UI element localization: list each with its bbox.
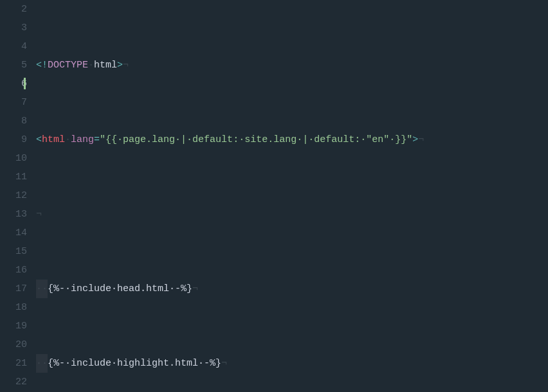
line-number: 11 — [0, 168, 27, 186]
line-number: 9 — [0, 130, 27, 149]
line-number: 15 — [0, 242, 27, 261]
line-number: 2 — [0, 0, 27, 19]
line-number: 12 — [0, 186, 27, 205]
code-line[interactable]: ··{%-·include·head.html·-%}¬ — [36, 280, 548, 298]
line-number: 3 — [0, 19, 27, 37]
line-number: 4 — [0, 37, 27, 56]
code-area[interactable]: <!DOCTYPE·html>¬ <html·lang="{{·page.lan… — [36, 0, 548, 392]
line-number: 22 — [0, 373, 27, 391]
code-editor[interactable]: 2 3 4 5 6 7 8 9 10 11 12 13 14 15 16 17 … — [0, 0, 548, 392]
line-number: 16 — [0, 261, 27, 280]
line-number: 6 — [0, 75, 27, 93]
line-number: 13 — [0, 205, 27, 224]
line-number: 17 — [0, 280, 27, 298]
line-number: 19 — [0, 317, 27, 335]
line-number: 14 — [0, 224, 27, 242]
line-number: 8 — [0, 112, 27, 130]
code-line[interactable]: ¬ — [36, 205, 548, 224]
git-modified-marker — [24, 78, 26, 89]
line-number: 7 — [0, 93, 27, 112]
code-line[interactable]: <html·lang="{{·page.lang·|·default:·site… — [36, 130, 548, 149]
line-number: 10 — [0, 149, 27, 168]
code-line[interactable]: <!DOCTYPE·html>¬ — [36, 56, 548, 75]
line-number: 18 — [0, 298, 27, 317]
line-number-gutter: 2 3 4 5 6 7 8 9 10 11 12 13 14 15 16 17 … — [0, 0, 36, 392]
line-number: 20 — [0, 335, 27, 354]
line-number: 21 — [0, 354, 27, 373]
code-line[interactable]: ··{%-·include·highlight.html·-%}¬ — [36, 354, 548, 373]
line-number: 5 — [0, 56, 27, 75]
